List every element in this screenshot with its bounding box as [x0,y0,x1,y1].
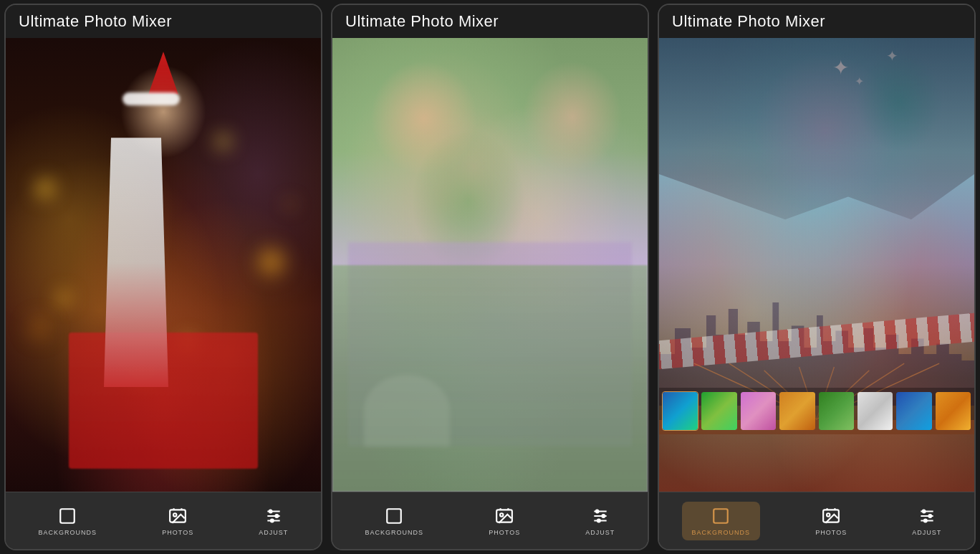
toolbar-adjust-1[interactable]: ADJUST [249,502,298,540]
thumbnail-5[interactable] [818,391,855,431]
bokeh-light [251,242,291,282]
toolbar-backgrounds-3[interactable]: BACKGROUNDS [682,502,761,540]
photos-label-1: PHOTOS [162,529,193,536]
bokeh-light [21,310,57,346]
phone-frame-3: Ultimate Photo Mixer ✦ ✦ ✦ [658,4,976,550]
adjust-svg-1 [264,507,283,525]
toolbar-photos-2[interactable]: PHOTOS [479,502,530,540]
svg-point-28 [827,513,830,516]
photos-svg-1 [168,507,187,525]
photos-svg-2 [495,507,514,525]
adjust-icon-2 [590,506,610,526]
svg-point-34 [924,519,927,522]
phone-screen-1 [6,38,321,492]
svg-point-7 [275,514,278,517]
bokeh-light [211,129,236,154]
toolbar-backgrounds-1[interactable]: BACKGROUNDS [29,502,107,540]
svg-point-32 [922,510,925,512]
svg-rect-0 [61,509,75,523]
photos-label-2: PHOTOS [489,529,520,536]
phone-screen-2 [332,38,648,492]
svg-point-33 [928,514,931,517]
thumbnail-inner-3 [741,392,776,430]
adjust-svg-2 [591,507,610,525]
svg-point-15 [595,510,598,512]
adjust-label-2: ADJUST [585,529,615,536]
thumbnail-inner-5 [819,392,854,430]
backgrounds-label-3: BACKGROUNDS [692,529,751,536]
phone-frame-2: Ultimate Photo Mixer BACKGROUNDS [331,4,649,550]
phone-header-3: Ultimate Photo Mixer [659,5,974,38]
phone-title-2: Ultimate Photo Mixer [345,12,499,30]
photos-svg-3 [822,507,840,525]
thumbnail-1[interactable] [662,391,698,431]
thumbnail-6[interactable] [857,391,893,431]
adjust-label-3: ADJUST [912,529,941,536]
backgrounds-label-2: BACKGROUNDS [365,529,424,536]
thumbnail-inner-8 [936,392,971,430]
backgrounds-icon-1 [57,506,77,526]
toolbar-adjust-2[interactable]: ADJUST [575,502,625,540]
phone-screen-3: ✦ ✦ ✦ [659,38,974,492]
phone-title-1: Ultimate Photo Mixer [19,12,172,30]
svg-point-16 [602,514,605,517]
svg-rect-26 [714,509,729,523]
backgrounds-label-1: BACKGROUNDS [39,529,97,536]
phone-frame-1: Ultimate Photo Mixer BACKG [4,4,322,550]
backgrounds-svg-3 [711,507,730,525]
grass-bg [332,265,648,492]
photos-icon-1 [168,506,188,526]
thumbnail-7[interactable] [895,391,932,431]
phone-toolbar-2: BACKGROUNDS PHOTOS [332,492,648,549]
toolbar-backgrounds-2[interactable]: BACKGROUNDS [355,502,434,540]
toolbar-photos-3[interactable]: PHOTOS [805,502,857,540]
photos-label-3: PHOTOS [815,529,847,536]
thumbnail-inner-2 [701,392,736,430]
svg-point-8 [271,519,274,522]
svg-point-17 [597,519,600,522]
person-body [100,138,172,387]
backgrounds-svg-2 [385,507,403,525]
thumbnail-inner-4 [779,392,815,430]
thumbnail-8[interactable] [935,391,971,431]
toolbar-photos-1[interactable]: PHOTOS [152,502,203,540]
thumbnail-inner-1 [663,392,698,430]
thumbnail-4[interactable] [779,391,815,431]
phone-toolbar-3: BACKGROUNDS PHOTOS [659,492,974,549]
adjust-svg-3 [918,507,936,525]
svg-point-2 [173,513,176,516]
backgrounds-icon-3 [711,506,731,526]
thumbnail-strip [659,388,974,434]
svg-rect-9 [388,509,402,523]
backgrounds-icon-2 [384,506,404,526]
female-face [522,61,623,172]
svg-point-6 [269,510,272,512]
thumbnail-2[interactable] [701,391,737,431]
photos-icon-3 [821,506,841,526]
backgrounds-svg-1 [58,507,77,525]
blend-face [427,106,520,228]
thumbnail-inner-6 [858,392,893,430]
svg-point-11 [500,513,503,516]
hat-brim [123,92,180,105]
bokeh-light [31,174,59,203]
adjust-icon-1 [264,506,284,526]
phone-toolbar-1: BACKGROUNDS PHOTOS [6,492,321,549]
phone-title-3: Ultimate Photo Mixer [672,12,825,30]
adjust-label-1: ADJUST [259,529,288,536]
adjust-icon-3 [917,506,937,526]
toolbar-adjust-3[interactable]: ADJUST [902,502,951,540]
bokeh-light [283,197,297,211]
photos-icon-2 [494,506,514,526]
thumbnail-inner-7 [896,392,931,430]
phone-header-1: Ultimate Photo Mixer [6,5,321,38]
phone-header-2: Ultimate Photo Mixer [332,5,648,38]
bokeh-light [53,287,75,309]
thumbnail-3[interactable] [740,391,777,431]
